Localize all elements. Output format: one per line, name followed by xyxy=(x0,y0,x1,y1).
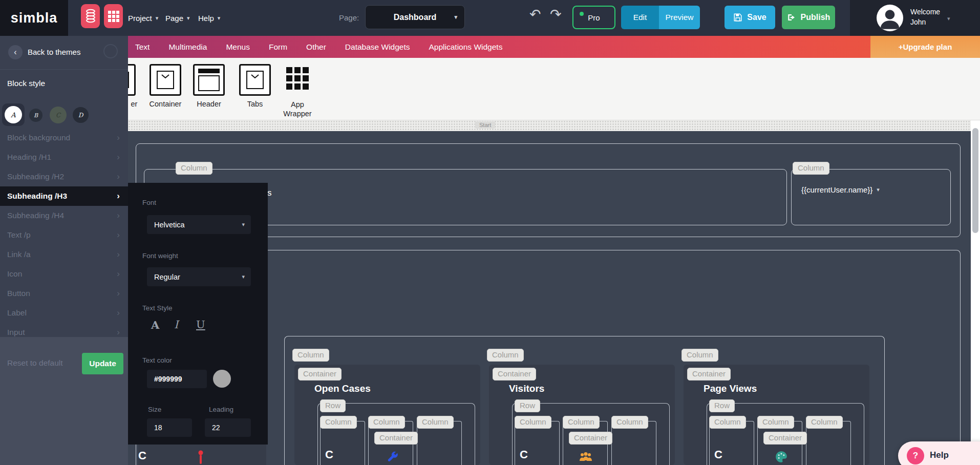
tab-text[interactable]: Text xyxy=(135,43,150,52)
style-option-b[interactable]: B xyxy=(29,109,42,122)
back-to-themes[interactable]: ‹ Back to themes xyxy=(0,36,128,69)
tab-menus[interactable]: Menus xyxy=(226,43,250,52)
container-pill[interactable]: Container xyxy=(763,432,807,445)
menu-help[interactable]: Help▾ xyxy=(198,0,220,36)
sidebar-item-block-background[interactable]: Block background› xyxy=(0,128,128,147)
publish-button[interactable]: Publish xyxy=(782,6,835,29)
pro-badge-button[interactable]: Pro xyxy=(572,6,615,29)
menu-page[interactable]: Page▾ xyxy=(165,0,190,36)
chevron-right-icon: › xyxy=(117,230,120,240)
canvas-header-right-column[interactable] xyxy=(791,169,951,225)
bold-toggle[interactable]: A xyxy=(151,319,159,331)
font-weight-select[interactable]: Regular ▾ xyxy=(147,267,251,286)
container-pill[interactable]: Container xyxy=(374,432,418,445)
underline-toggle[interactable]: U xyxy=(196,319,205,331)
row-pill[interactable]: Row xyxy=(320,399,346,412)
style-option-d[interactable]: D xyxy=(73,107,89,123)
question-mark-icon: ? xyxy=(907,447,924,464)
size-input[interactable]: 18 xyxy=(147,418,192,437)
tab-applications-widgets[interactable]: Applications Widgets xyxy=(429,43,503,52)
menu-project[interactable]: Project▾ xyxy=(128,0,158,36)
column-pill[interactable]: Column xyxy=(368,416,405,429)
column-pill[interactable]: Column xyxy=(709,416,746,429)
column-pill[interactable]: Column xyxy=(563,416,600,429)
sidebar-item-text-p[interactable]: Text /p› xyxy=(0,225,128,245)
sidebar-item-subheading-h2[interactable]: Subheading /H2› xyxy=(0,167,128,186)
column-pill[interactable]: Column xyxy=(515,416,551,429)
container-pill[interactable]: Container xyxy=(298,368,342,381)
column-pill[interactable]: Column xyxy=(487,349,524,362)
person-icon xyxy=(877,5,903,31)
publish-icon xyxy=(787,13,796,22)
container-pill[interactable]: Container xyxy=(493,368,536,381)
simbla-logo[interactable]: Simbla xyxy=(0,0,68,36)
update-button[interactable]: Update xyxy=(82,353,123,374)
upgrade-plan-button[interactable]: +Upgrade plan xyxy=(870,36,980,58)
help-button[interactable]: ? Help xyxy=(898,441,980,465)
column-pill[interactable]: Column xyxy=(417,416,454,429)
save-button[interactable]: Save xyxy=(725,6,775,29)
widget-container[interactable] xyxy=(150,64,181,96)
color-swatch[interactable] xyxy=(213,370,231,388)
tab-database-widgets[interactable]: Database Widgets xyxy=(345,43,410,52)
column-pill[interactable]: Column xyxy=(320,416,357,429)
partial-card[interactable]: C xyxy=(138,445,266,465)
card-visitors[interactable]: Container Visitors Row Column Column Col… xyxy=(489,365,675,465)
section-title: Block style xyxy=(7,79,45,88)
card-letter: C xyxy=(138,449,146,462)
chevron-down-icon: ▾ xyxy=(454,14,457,20)
container-pill[interactable]: Container xyxy=(687,368,731,381)
tab-other[interactable]: Other xyxy=(306,43,326,52)
undo-button[interactable]: ↶ xyxy=(526,7,544,22)
scrollbar-thumb[interactable] xyxy=(972,128,978,233)
leading-input[interactable]: 22 xyxy=(205,418,251,437)
sidebar-item-subheading-h4[interactable]: Subheading /H4› xyxy=(0,206,128,225)
row-pill[interactable]: Row xyxy=(709,399,735,412)
column-pill[interactable]: Column xyxy=(806,416,843,429)
chevron-down-icon[interactable]: ▾ xyxy=(947,15,950,22)
card-letter: C xyxy=(325,448,333,461)
column-pill[interactable]: Column xyxy=(757,416,794,429)
sidebar-item-icon[interactable]: Icon› xyxy=(0,264,128,284)
container-pill[interactable]: Container xyxy=(569,432,612,445)
italic-toggle[interactable]: I xyxy=(174,319,178,331)
style-option-c[interactable]: C xyxy=(50,107,67,123)
canvas-scrollbar[interactable] xyxy=(971,120,980,465)
page-selector[interactable]: Dashboard ▾ xyxy=(365,5,465,29)
font-select[interactable]: Helvetica ▾ xyxy=(147,215,251,234)
column-pill[interactable]: Column xyxy=(611,416,648,429)
text-style-label: Text Style xyxy=(142,304,173,312)
leading-label: Leading xyxy=(209,406,233,413)
style-option-a[interactable]: A xyxy=(5,106,22,123)
tab-multimedia[interactable]: Multimedia xyxy=(168,43,207,52)
reset-to-default-link[interactable]: Reset to default xyxy=(7,358,63,368)
column-pill[interactable]: Column xyxy=(176,162,212,175)
text-color-input[interactable]: #999999 xyxy=(147,370,207,388)
column-pill[interactable]: Column xyxy=(681,349,718,362)
column-pill[interactable]: Column xyxy=(292,349,329,362)
sidebar-item-label[interactable]: Label› xyxy=(0,303,128,323)
sidebar-item-heading-h1[interactable]: Heading /H1› xyxy=(0,147,128,167)
current-user-binding[interactable]: {{currentUser.name}} ▾ xyxy=(801,185,880,194)
sidebar-item-subheading-h3[interactable]: Subheading /H3› xyxy=(0,186,128,206)
canvas-start-strip: Start xyxy=(128,120,971,131)
row-pill[interactable]: Row xyxy=(515,399,540,412)
sidebar-item-link-a[interactable]: Link /a› xyxy=(0,245,128,264)
widget-header[interactable] xyxy=(193,64,225,96)
preview-mode-button[interactable]: Preview xyxy=(659,6,700,29)
chevron-right-icon: › xyxy=(117,249,120,260)
avatar[interactable] xyxy=(877,5,903,31)
sidebar-item-button[interactable]: Button› xyxy=(0,284,128,303)
database-button[interactable] xyxy=(81,4,100,28)
redo-button[interactable]: ↷ xyxy=(547,7,565,22)
apps-grid-button[interactable] xyxy=(104,4,123,28)
card-page-views[interactable]: Container Page Views Row Column Column C… xyxy=(684,365,869,465)
tab-form[interactable]: Form xyxy=(269,43,287,52)
chevron-right-icon: › xyxy=(117,210,120,221)
widget-app-wrapper[interactable] xyxy=(283,64,315,96)
edit-mode-button[interactable]: Edit xyxy=(621,6,659,29)
widget-label: Tabs xyxy=(244,100,266,108)
widget-tabs[interactable] xyxy=(239,64,271,96)
column-pill[interactable]: Column xyxy=(793,162,829,175)
card-open-cases[interactable]: Container Open Cases Row Column Column C… xyxy=(294,365,480,465)
